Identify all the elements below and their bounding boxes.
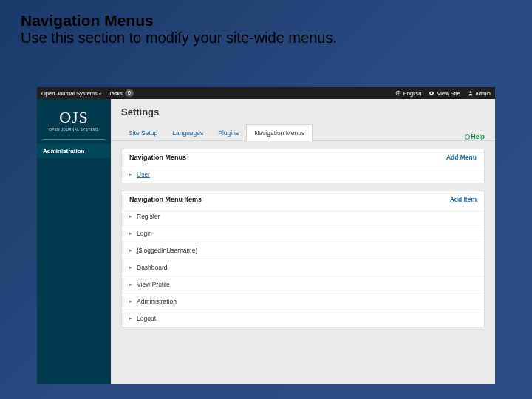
navigation-menu-items-panel: Navigation Menu Items Add Item ▸Register…: [121, 191, 485, 327]
item-label: Login: [137, 230, 152, 237]
globe-icon: [395, 90, 401, 96]
list-item[interactable]: ▸{$loggedInUsername}: [122, 242, 484, 259]
help-link[interactable]: Help: [465, 133, 485, 140]
view-site-link[interactable]: View Site: [429, 90, 460, 97]
logo[interactable]: OJS OPEN JOURNAL SYSTEMS: [37, 105, 111, 136]
caret-icon: ▸: [129, 231, 132, 236]
menu-row[interactable]: ▸ User: [122, 166, 484, 183]
list-item[interactable]: ▸View Profile: [122, 276, 484, 293]
sidebar-item-administration[interactable]: Administration: [37, 144, 111, 158]
user-name: admin: [476, 90, 491, 97]
logo-text: OJS: [37, 108, 111, 127]
page-title: Settings: [111, 99, 495, 122]
logo-subtext: OPEN JOURNAL SYSTEMS: [37, 128, 111, 132]
tabs: Site Setup Languages Plugins Navigation …: [111, 122, 495, 141]
svg-point-1: [469, 91, 471, 93]
slide-subtitle: Use this section to modify your site-wid…: [0, 30, 532, 54]
list-item[interactable]: ▸Logout: [122, 310, 484, 327]
tab-site-setup[interactable]: Site Setup: [121, 125, 165, 140]
language-label: English: [403, 90, 422, 97]
list-item[interactable]: ▸Login: [122, 225, 484, 242]
navigation-menus-title: Navigation Menus: [129, 154, 186, 161]
item-label: View Profile: [137, 281, 170, 288]
item-label: {$loggedInUsername}: [137, 247, 197, 254]
sidebar: OJS OPEN JOURNAL SYSTEMS Administration: [37, 99, 111, 384]
navigation-menus-panel: Navigation Menus Add Menu ▸ User: [121, 149, 485, 183]
caret-icon: ▸: [129, 316, 132, 321]
caret-icon: ▸: [129, 299, 132, 304]
add-menu-button[interactable]: Add Menu: [446, 154, 477, 161]
item-label: Logout: [137, 315, 156, 322]
slide-title: Navigation Menus: [0, 0, 532, 30]
tab-languages[interactable]: Languages: [165, 125, 211, 140]
navigation-menu-items-title: Navigation Menu Items: [129, 196, 202, 203]
caret-icon: ▸: [129, 171, 132, 177]
language-switcher[interactable]: English: [395, 90, 422, 97]
tasks-label: Tasks: [109, 90, 123, 97]
list-item[interactable]: ▸Dashboard: [122, 259, 484, 276]
item-label: Register: [137, 213, 160, 220]
item-label: Dashboard: [137, 264, 168, 271]
app-screenshot: Open Journal Systems▾ Tasks 0 English Vi…: [37, 87, 495, 384]
divider: [43, 139, 105, 140]
caret-icon: ▸: [129, 265, 132, 270]
list-item[interactable]: ▸Administration: [122, 293, 484, 310]
dropdown-caret-icon: ▾: [99, 91, 101, 96]
tasks-count-badge: 0: [125, 89, 134, 97]
eye-icon: [429, 90, 434, 96]
tab-plugins[interactable]: Plugins: [211, 125, 246, 140]
tab-navigation-menus[interactable]: Navigation Menus: [246, 124, 313, 141]
topbar: Open Journal Systems▾ Tasks 0 English Vi…: [37, 87, 495, 99]
user-icon: [468, 90, 474, 96]
caret-icon: ▸: [129, 214, 132, 219]
list-item[interactable]: ▸Register: [122, 208, 484, 225]
help-label: Help: [471, 133, 485, 140]
app-name[interactable]: Open Journal Systems: [41, 90, 98, 97]
tasks-button[interactable]: Tasks 0: [109, 89, 134, 97]
content-area: Settings Site Setup Languages Plugins Na…: [111, 99, 495, 384]
item-label: Administration: [137, 298, 177, 305]
caret-icon: ▸: [129, 282, 132, 287]
help-icon: [465, 134, 470, 140]
view-site-label: View Site: [437, 90, 460, 97]
user-menu[interactable]: admin: [468, 90, 491, 97]
caret-icon: ▸: [129, 248, 132, 253]
menu-row-label: User: [137, 171, 150, 178]
add-item-button[interactable]: Add Item: [450, 196, 477, 203]
